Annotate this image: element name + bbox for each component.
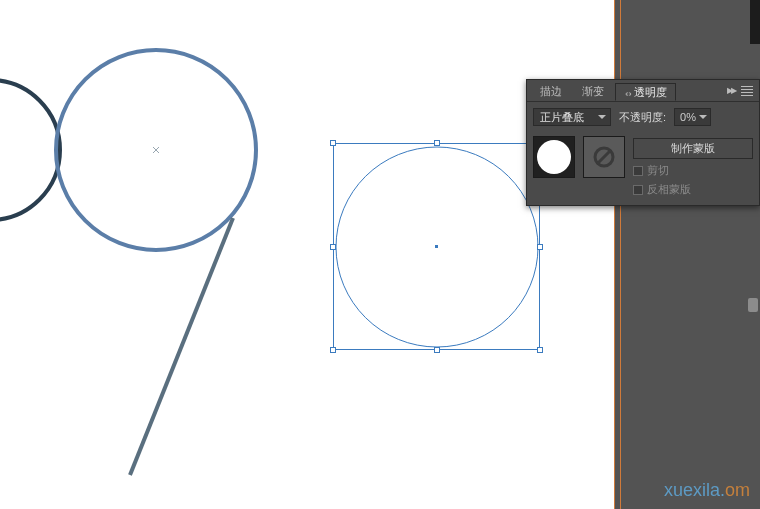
no-symbol-icon bbox=[591, 144, 617, 170]
invert-mask-label: 反相蒙版 bbox=[647, 182, 691, 197]
right-dock-area bbox=[614, 0, 760, 509]
resize-handle-bottom-left[interactable] bbox=[330, 347, 336, 353]
selection-center-point bbox=[435, 245, 438, 248]
link-icon bbox=[624, 89, 632, 97]
resize-handle-bottom-right[interactable] bbox=[537, 347, 543, 353]
opacity-value: 0% bbox=[680, 111, 696, 123]
tab-gradient[interactable]: 渐变 bbox=[573, 82, 613, 100]
opacity-input[interactable]: 0% bbox=[674, 108, 711, 126]
checkbox-icon bbox=[633, 166, 643, 176]
svg-point-0 bbox=[0, 80, 60, 220]
opacity-label: 不透明度: bbox=[619, 110, 666, 125]
selection-bounding-box[interactable] bbox=[333, 143, 540, 350]
flyout-arrows-icon[interactable]: ▶▶ bbox=[727, 86, 735, 95]
blend-mode-value: 正片叠底 bbox=[540, 110, 584, 125]
tab-transparency[interactable]: 透明度 bbox=[615, 83, 676, 101]
resize-handle-top-left[interactable] bbox=[330, 140, 336, 146]
tab-transparency-label: 透明度 bbox=[634, 86, 667, 98]
resize-handle-middle-right[interactable] bbox=[537, 244, 543, 250]
blend-mode-dropdown[interactable]: 正片叠底 bbox=[533, 108, 611, 126]
checkbox-icon bbox=[633, 185, 643, 195]
clip-label: 剪切 bbox=[647, 163, 669, 178]
watermark-text: xuexila.om bbox=[664, 480, 750, 501]
dock-corner bbox=[750, 0, 760, 44]
mask-thumbnail[interactable] bbox=[583, 136, 625, 178]
clip-checkbox-row[interactable]: 剪切 bbox=[633, 163, 753, 178]
ruler-guide-line bbox=[620, 0, 621, 509]
resize-handle-top-middle[interactable] bbox=[434, 140, 440, 146]
panel-tabs: 描边 渐变 透明度 ▶▶ bbox=[527, 80, 759, 102]
blend-opacity-row: 正片叠底 不透明度: 0% bbox=[527, 102, 759, 132]
chevron-down-icon bbox=[598, 115, 606, 119]
resize-handle-bottom-middle[interactable] bbox=[434, 347, 440, 353]
panel-menu-area: ▶▶ bbox=[727, 86, 755, 96]
panel-menu-icon[interactable] bbox=[741, 86, 753, 96]
transparency-panel[interactable]: 描边 渐变 透明度 ▶▶ 正片叠底 不透明度: 0% bbox=[526, 79, 760, 206]
vertical-scrollbar-thumb[interactable] bbox=[748, 298, 758, 312]
svg-line-4 bbox=[597, 150, 611, 164]
tab-stroke[interactable]: 描边 bbox=[531, 82, 571, 100]
object-thumbnail[interactable] bbox=[533, 136, 575, 178]
object-preview-icon bbox=[537, 140, 571, 174]
mask-options: 制作蒙版 剪切 反相蒙版 bbox=[633, 136, 753, 197]
chevron-down-icon bbox=[699, 115, 707, 119]
invert-mask-checkbox-row[interactable]: 反相蒙版 bbox=[633, 182, 753, 197]
ruler-guide-line bbox=[614, 0, 615, 509]
make-mask-button[interactable]: 制作蒙版 bbox=[633, 138, 753, 159]
resize-handle-middle-left[interactable] bbox=[330, 244, 336, 250]
artboard-canvas[interactable] bbox=[0, 0, 614, 509]
mask-thumbnails-row: 制作蒙版 剪切 反相蒙版 bbox=[527, 132, 759, 205]
